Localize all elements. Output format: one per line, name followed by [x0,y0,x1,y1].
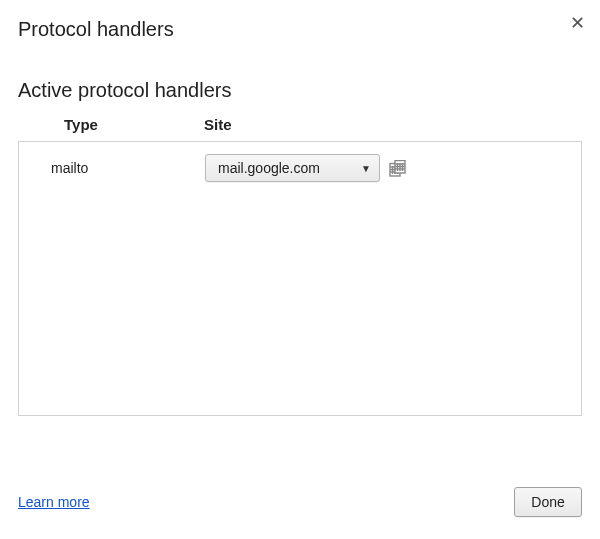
done-button[interactable]: Done [514,487,582,517]
manage-handler-icon[interactable] [388,159,406,177]
table-row: mailto mail.google.com ▼ [33,152,567,184]
column-header-site: Site [204,116,582,133]
handlers-list: mailto mail.google.com ▼ [18,141,582,416]
handler-site-cell: mail.google.com ▼ [205,154,406,182]
dialog-footer: Learn more Done [18,487,582,517]
table-header: Type Site [18,116,582,141]
chevron-down-icon: ▼ [361,163,371,174]
handler-type: mailto [33,160,205,176]
site-dropdown-label: mail.google.com [218,160,320,176]
section-title: Active protocol handlers [18,79,582,102]
close-icon[interactable]: ✕ [568,14,586,32]
learn-more-link[interactable]: Learn more [18,494,90,510]
site-dropdown[interactable]: mail.google.com ▼ [205,154,380,182]
page-title: Protocol handlers [18,18,582,41]
column-header-type: Type [64,116,204,133]
